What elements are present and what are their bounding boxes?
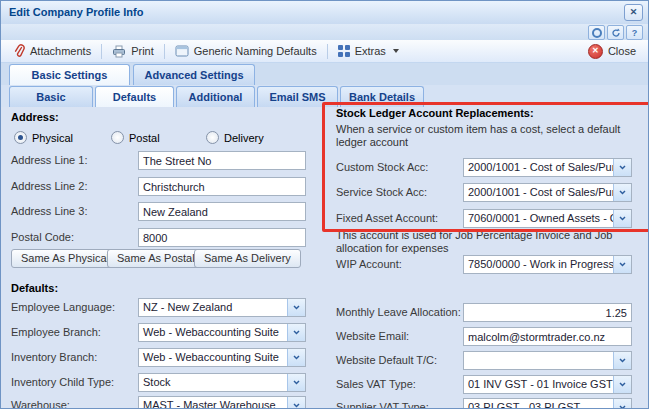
address-heading: Address: [11, 111, 59, 123]
settings-gear-icon[interactable] [588, 25, 605, 40]
toolbar-separator [101, 44, 102, 59]
title-bar: Edit Company Profile Info ✕ [1, 1, 648, 25]
website-default-tc-select[interactable] [463, 351, 632, 370]
defaults-heading: Defaults: [11, 282, 58, 294]
inventory-child-type-label: Inventory Child Type: [11, 376, 114, 388]
website-default-tc-label: Website Default T/C: [336, 354, 437, 366]
tab-bank-details[interactable]: Bank Details [340, 86, 424, 107]
tab-additional[interactable]: Additional [176, 86, 255, 107]
same-as-physical-button[interactable]: Same As Physical [11, 249, 119, 268]
help-icon[interactable]: ? [626, 25, 643, 40]
warehouse-select[interactable]: MAST - Master Warehouse [138, 396, 306, 409]
refresh-arrow-glyph [611, 28, 621, 38]
toolbar-separator [164, 44, 165, 59]
printer-icon [112, 45, 126, 58]
address-line-3-label: Address Line 3: [11, 205, 87, 217]
toolbar: Attachments Print Generic Naming Default… [1, 40, 648, 63]
toolbar-separator [327, 44, 328, 59]
tab-defaults[interactable]: Defaults [95, 86, 174, 107]
chevron-down-icon [287, 397, 305, 409]
chevron-down-icon [613, 376, 631, 393]
postal-code-input[interactable] [138, 228, 306, 247]
website-email-input[interactable] [463, 327, 632, 346]
radio-postal[interactable]: Postal [111, 131, 160, 144]
chevron-down-icon [287, 349, 305, 366]
chevron-down-icon [287, 299, 305, 316]
radio-delivery[interactable]: Delivery [206, 131, 264, 144]
chevron-down-icon [613, 159, 631, 176]
same-as-delivery-button[interactable]: Same As Delivery [194, 249, 301, 268]
close-circle-icon: ✕ [588, 44, 603, 59]
fixed-asset-account-select[interactable]: 7060/0001 - Owned Assets - Offic [463, 209, 632, 228]
stock-ledger-description: When a service or custom item has a cost… [336, 123, 638, 149]
window-close-button[interactable]: ✕ [624, 4, 643, 21]
radio-circle-icon [206, 131, 219, 144]
paperclip-icon [13, 44, 25, 58]
address-line-2-input[interactable] [138, 177, 306, 196]
supplier-vat-type-label: Supplier VAT Type: [336, 401, 429, 409]
extras-grid-icon [338, 45, 350, 57]
chevron-down-icon [287, 324, 305, 341]
radio-circle-icon [111, 131, 124, 144]
edit-company-profile-window: Edit Company Profile Info ✕ ? Attachment… [0, 0, 649, 409]
website-email-label: Website Email: [336, 330, 409, 342]
inventory-branch-label: Inventory Branch: [11, 351, 97, 363]
outer-tab-strip: Basic Settings Advanced Settings [1, 63, 648, 85]
attachments-button[interactable]: Attachments [7, 42, 97, 60]
address-line-2-label: Address Line 2: [11, 180, 87, 192]
tab-basic-settings[interactable]: Basic Settings [9, 64, 130, 85]
generic-naming-defaults-button[interactable]: Generic Naming Defaults [169, 43, 323, 59]
supplier-vat-type-select[interactable]: 03 PI GST - 03 PI GST [463, 398, 632, 409]
custom-stock-acc-select[interactable]: 2000/1001 - Cost of Sales/Purcha [463, 158, 632, 177]
radio-physical[interactable]: Physical [14, 131, 73, 144]
monthly-leave-allocation-input[interactable] [463, 303, 632, 322]
service-stock-acc-select[interactable]: 2000/1001 - Cost of Sales/Purcha [463, 183, 632, 202]
inventory-branch-select[interactable]: Web - Webaccounting Suite [138, 348, 306, 367]
chevron-down-icon [613, 256, 631, 273]
fixed-asset-account-label: Fixed Asset Account: [336, 212, 438, 224]
chevron-down-icon [613, 352, 631, 369]
inventory-child-type-select[interactable]: Stock [138, 373, 306, 392]
address-line-1-input[interactable] [138, 151, 306, 170]
chevron-down-icon [393, 49, 399, 53]
window-tool-strip: ? [1, 24, 648, 41]
chevron-down-icon [613, 399, 631, 409]
chevron-down-icon [287, 374, 305, 391]
close-button[interactable]: ✕ Close [582, 42, 642, 61]
employee-language-select[interactable]: NZ - New Zealand [138, 298, 306, 317]
address-line-1-label: Address Line 1: [11, 154, 87, 166]
same-as-postal-button[interactable]: Same As Postal [107, 249, 205, 268]
sales-vat-type-label: Sales VAT Type: [336, 378, 416, 390]
employee-language-label: Employee Language: [11, 301, 115, 313]
window-title: Edit Company Profile Info [9, 6, 143, 18]
wip-account-label: WIP Account: [336, 258, 402, 270]
employee-branch-select[interactable]: Web - Webaccounting Suite [138, 323, 306, 342]
address-line-3-input[interactable] [138, 202, 306, 221]
print-button[interactable]: Print [106, 43, 160, 60]
window-form-icon [175, 45, 189, 57]
tab-email-sms[interactable]: Email SMS [257, 86, 338, 107]
extras-menu-button[interactable]: Extras [332, 43, 405, 59]
wip-account-select[interactable]: 7850/0000 - Work in Progress [463, 255, 632, 274]
custom-stock-acc-label: Custom Stock Acc: [336, 161, 428, 173]
inner-tab-strip: Basic Defaults Additional Email SMS Bank… [1, 85, 648, 107]
monthly-leave-allocation-label: Monthly Leave Allocation: [336, 306, 461, 318]
radio-circle-icon [14, 131, 27, 144]
stock-ledger-heading: Stock Ledger Account Replacements: [336, 107, 534, 119]
employee-branch-label: Employee Branch: [11, 326, 101, 338]
refresh-icon[interactable] [607, 25, 624, 40]
chevron-down-icon [613, 184, 631, 201]
tab-basic[interactable]: Basic [9, 86, 93, 107]
postal-code-label: Postal Code: [11, 231, 74, 243]
sales-vat-type-select[interactable]: 01 INV GST - 01 Invoice GST [463, 375, 632, 394]
chevron-down-icon [613, 210, 631, 227]
wip-description: This account is used for Job Percentage … [336, 229, 644, 255]
warehouse-label: Warehouse: [11, 399, 70, 409]
service-stock-acc-label: Service Stock Acc: [336, 186, 427, 198]
tab-advanced-settings[interactable]: Advanced Settings [133, 64, 255, 85]
